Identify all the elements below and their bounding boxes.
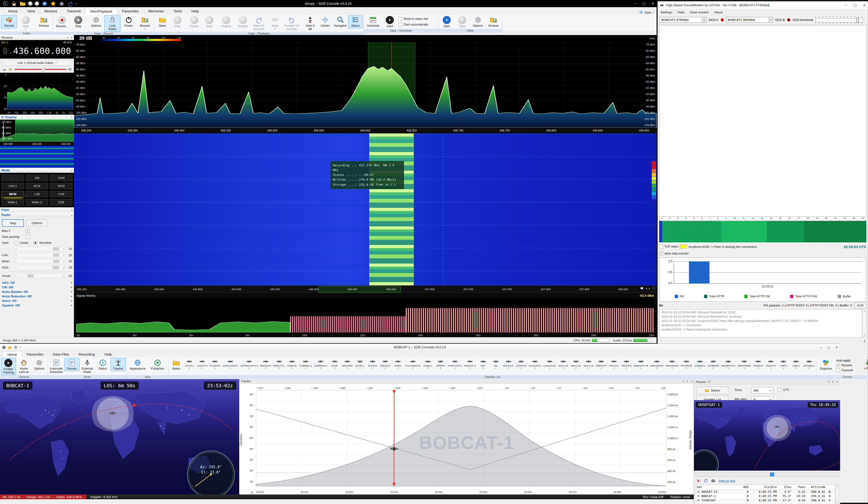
options-button[interactable]: Options [32, 358, 47, 371]
satellite-button[interactable]: UNISAT-6▾ [765, 358, 777, 370]
passes-button[interactable]: Passes [64, 358, 79, 371]
satellite-button[interactable]: UWE-4▾ [790, 358, 802, 370]
mode-button[interactable]: CW-U [1, 183, 24, 189]
close-icon[interactable]: ✕ [863, 3, 866, 7]
mode-button[interactable]: DSB [50, 199, 72, 206]
satellite-button[interactable]: NUDTSAT▾ [595, 358, 608, 370]
panel-collapse-icon[interactable]: ▾ [67, 36, 69, 39]
panel-menu-icon[interactable]: ▾ [683, 380, 684, 383]
connection-log[interactable]: 2020-11-19 22:25:54.050: Winsock RemoteP… [659, 309, 862, 337]
ribbon-tab[interactable]: Rec/Playback [85, 8, 117, 14]
satellite-button[interactable]: ROBUSTA-1B▾ [633, 358, 649, 370]
table-row[interactable]: AAUSAT-II 06:49:33 PM3.5°5:21368.8 miN [695, 490, 835, 494]
table-row[interactable]: BOBCAT-1 06:49:33 PM75.3°10:19259.6 miN [695, 494, 835, 498]
select-button[interactable]: Select [696, 387, 728, 394]
equalizer-icon[interactable] [2, 67, 6, 71]
utc-checkbox[interactable]: UTC [778, 388, 789, 392]
frequency-display[interactable]: RX 1 48 kHz 0.436.600.000 [0, 40, 74, 59]
table-scrollbar[interactable]: ∧∨ [836, 484, 839, 504]
maximize-icon[interactable]: ▢ [853, 3, 857, 7]
enable-tracking-button[interactable]: Enable Tracking [1, 358, 16, 375]
video-start-button[interactable]: Start [439, 15, 454, 29]
speaker-icon[interactable] [8, 67, 12, 72]
lna-slider[interactable] [14, 253, 65, 257]
mode-button[interactable]: USB [50, 191, 72, 197]
power-button[interactable]: Power [121, 15, 137, 28]
tracker-plot[interactable]: 90°80°70°60°50°40°30°20°10°0° 1,800 mi1,… [239, 384, 694, 494]
filter-header[interactable]: Filter▾ [0, 207, 74, 212]
data-record-button[interactable]: Record... [54, 15, 70, 29]
ribbon-tab[interactable]: Transmit [62, 8, 85, 14]
data-stop-button[interactable]: Stop [70, 15, 86, 29]
nav-right-icon[interactable]: ▸ [649, 287, 650, 290]
tracker-header[interactable]: Tracker▾⊼✕ [239, 379, 694, 384]
satellite-button[interactable]: NOAA 15▾ [557, 358, 569, 370]
satellite-button[interactable]: SPARROW▾ [680, 358, 693, 370]
mode-button[interactable]: Wide-L [1, 199, 24, 206]
satellite-button[interactable]: CSIM-FD▾ [286, 358, 298, 370]
audio-stop-button[interactable]: Stop▾ [18, 15, 34, 31]
ribbon-tab[interactable]: Favourites [22, 351, 48, 357]
soundmodem-titlebar[interactable]: High-Speed SoundModem by UZ7HO - Ver 0.0… [658, 1, 868, 9]
scroll-left-icon[interactable]: ‹ [661, 339, 662, 342]
data-packing-checkbox[interactable] [26, 235, 30, 239]
ribbon-tab[interactable]: Home [3, 8, 22, 14]
tracker-button[interactable]: Tracker [111, 358, 126, 371]
panel-pin-icon[interactable]: ⊼ [686, 380, 688, 383]
mode-button[interactable]: AM [26, 175, 48, 181]
restart-button[interactable]: Restart [236, 15, 250, 29]
bias-t-checkbox[interactable] [26, 229, 30, 233]
select-satellites-button[interactable]: Select [169, 358, 183, 371]
satellite-button[interactable]: GOMX-1▾ [422, 358, 434, 370]
panel-close-icon[interactable]: ✕ [836, 380, 838, 384]
panel-collapse-icon[interactable]: ▴ [71, 213, 72, 217]
visibility-eye-icon[interactable] [696, 494, 700, 498]
video-options-button[interactable]: Options [471, 15, 486, 28]
dsp-section-header[interactable]: CW: Off [0, 285, 74, 290]
camera-icon[interactable] [711, 479, 715, 483]
satellite-button[interactable]: KRAKSAT▾ [502, 358, 515, 370]
passes-map[interactable]: HUSKYSAT-1 Thu 18:49:33 [694, 400, 840, 471]
table-row[interactable]: TIGRISAT 06:49:33 PM17.3°8:24398.9 miS [695, 498, 835, 502]
if-frequency-scale[interactable]: 436.580436.600436.620 [0, 141, 74, 146]
ribbon-tab[interactable]: Data Files [48, 351, 74, 357]
home-latlon-button[interactable]: Home Lat/Lon [17, 358, 31, 375]
repeat-button[interactable]: Repeat [219, 15, 234, 29]
passes-table[interactable]: SatAOSVisibleElevPassAltitude AAUSAT-II … [695, 484, 835, 504]
satellite-button[interactable]: ESEO▾ [392, 358, 404, 370]
bobcat-titlebar[interactable]: ▾ BOBCAT-1 :: SDR Console v3.0.24 ─▢✕ [0, 344, 840, 351]
satellite-button[interactable]: SUOMI100▾ [706, 358, 720, 370]
receive-panel-header[interactable]: Receive▾✕ [0, 35, 74, 40]
panel-pin-icon[interactable]: ⊼ [832, 380, 834, 384]
passes-header[interactable]: Passes ▾⊼✕ [694, 379, 840, 385]
scroll-down-icon[interactable]: ∨ [864, 334, 865, 337]
mixer-slider[interactable] [14, 259, 65, 263]
nav-left-icon[interactable]: ◂ [645, 287, 647, 290]
menu-item[interactable]: About [714, 10, 723, 14]
close-icon[interactable]: ✕ [835, 346, 838, 349]
style-palette-icon[interactable] [639, 10, 643, 14]
dsp-section-header[interactable]: AGC: Off [0, 281, 74, 285]
satellite-button[interactable]: OPS-SAT▾ [608, 358, 620, 370]
satellite-button[interactable]: INNOSAT-2▾ [463, 358, 477, 370]
satellite-button[interactable]: CUBEBUG-2▾ [313, 358, 328, 370]
delete-icon[interactable] [696, 479, 700, 483]
satellite-button[interactable]: LIGHTSAT▾ [515, 358, 528, 370]
pause-button[interactable]: Pause [187, 15, 202, 29]
channel-a-select[interactable]: BOBCAT1 57600bd▾ [660, 17, 706, 23]
status-button[interactable]: Status [95, 358, 110, 371]
satellite-button[interactable]: AISTECHSAT-2▾ [221, 358, 239, 370]
visibility-eye-icon[interactable] [696, 490, 700, 494]
options-button[interactable]: Options [26, 219, 48, 227]
auto-apply-transmit-checkbox[interactable]: Transmit [836, 368, 858, 372]
mode-button[interactable]: WFM [1, 191, 24, 197]
satellite-button[interactable]: LILACSAT-2▾ [528, 358, 542, 370]
menu-item[interactable]: View [678, 10, 684, 14]
panel-collapse-icon[interactable]: ▴ [71, 169, 72, 172]
maximize-icon[interactable]: ▢ [642, 2, 645, 6]
playback-stop-button[interactable]: Stop [202, 15, 216, 29]
auto-range-label[interactable]: Auto [650, 37, 655, 40]
satellite-button[interactable]: UWE-3▾ [777, 358, 789, 370]
ribbon-tab[interactable]: Help [100, 351, 116, 357]
play-button[interactable]: Play [170, 15, 185, 29]
